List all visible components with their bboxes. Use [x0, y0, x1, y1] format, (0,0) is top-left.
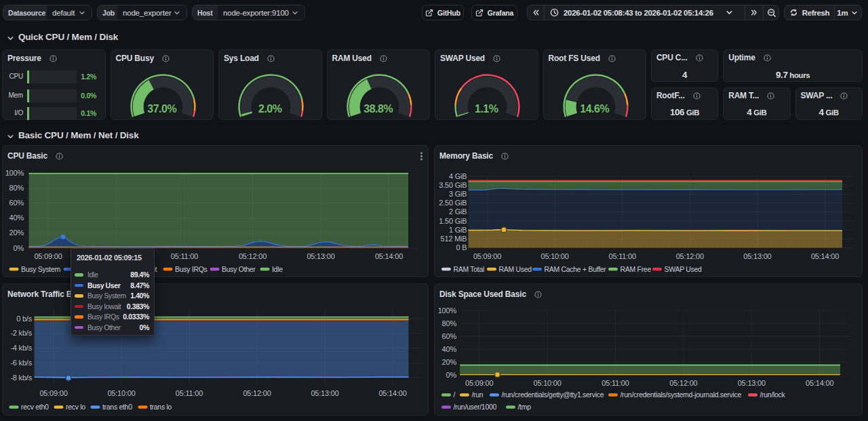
svg-text:0%: 0%: [446, 370, 457, 378]
svg-text:05:10:00: 05:10:00: [540, 252, 568, 260]
svg-text:05:09:00: 05:09:00: [34, 252, 62, 260]
svg-text:60%: 60%: [442, 332, 457, 340]
svg-text:Busy IRQs: Busy IRQs: [175, 265, 208, 273]
svg-text:SWAP Used: SWAP Used: [665, 265, 703, 273]
svg-text:1 GiB: 1 GiB: [449, 226, 467, 234]
svg-text:05:09:00: 05:09:00: [465, 378, 493, 386]
svg-text:0 b/s: 0 b/s: [16, 314, 33, 322]
svg-text:/run: /run: [472, 390, 484, 399]
svg-text:512 MiB: 512 MiB: [441, 235, 467, 243]
svg-text:/: /: [454, 390, 456, 399]
svg-text:Idle: Idle: [272, 265, 283, 273]
svg-text:/run/credentials/getty@tty1.se: /run/credentials/getty@tty1.service: [502, 390, 604, 399]
svg-text:20%: 20%: [9, 228, 24, 237]
svg-text:05:10:00: 05:10:00: [107, 388, 135, 397]
svg-text:80%: 80%: [442, 319, 457, 327]
svg-text:05:13:00: 05:13:00: [743, 252, 771, 260]
svg-text:4 GiB: 4 GiB: [449, 172, 467, 180]
svg-text:-6 kb/s: -6 kb/s: [10, 358, 32, 366]
svg-text:05:12:00: 05:12:00: [676, 252, 704, 260]
svg-text:80%: 80%: [9, 184, 24, 192]
svg-text:05:12:00: 05:12:00: [243, 388, 271, 397]
svg-text:05:09:00: 05:09:00: [39, 388, 67, 397]
svg-text:/run/user/1000: /run/user/1000: [454, 403, 497, 411]
svg-text:recv eth0: recv eth0: [21, 403, 49, 411]
svg-text:05:11:00: 05:11:00: [601, 378, 629, 386]
svg-text:2.50 GiB: 2.50 GiB: [439, 199, 467, 207]
svg-text:-2 kb/s: -2 kb/s: [10, 329, 32, 337]
svg-text:05:14:00: 05:14:00: [378, 388, 406, 397]
svg-text:05:11:00: 05:11:00: [176, 388, 203, 397]
svg-text:3.50 GiB: 3.50 GiB: [439, 181, 467, 189]
svg-text:0 B: 0 B: [456, 243, 467, 252]
svg-text:100%: 100%: [5, 169, 24, 177]
svg-text:05:13:00: 05:13:00: [738, 378, 766, 386]
svg-text:0%: 0%: [14, 244, 24, 252]
svg-text:Busy System: Busy System: [21, 265, 61, 273]
svg-text:20%: 20%: [442, 357, 457, 365]
svg-text:/run/credentials/systemd-journ: /run/credentials/systemd-journald.servic…: [620, 390, 742, 399]
svg-text:05:11:00: 05:11:00: [608, 252, 635, 260]
svg-text:RAM Free: RAM Free: [620, 265, 652, 273]
svg-text:05:14:00: 05:14:00: [806, 378, 833, 386]
svg-text:Busy Other: Busy Other: [222, 265, 256, 273]
svg-text:100%: 100%: [438, 306, 457, 314]
svg-text:40%: 40%: [9, 214, 24, 222]
svg-text:trans lo: trans lo: [150, 403, 172, 411]
svg-text:RAM Cache + Buffer: RAM Cache + Buffer: [545, 265, 607, 273]
svg-text:trans eth0: trans eth0: [102, 403, 132, 411]
svg-text:05:14:00: 05:14:00: [375, 252, 403, 260]
svg-text:-4 kb/s: -4 kb/s: [10, 344, 32, 352]
svg-text:RAM Used: RAM Used: [499, 265, 532, 273]
svg-text:RAM Total: RAM Total: [454, 265, 485, 273]
svg-text:2 GiB: 2 GiB: [449, 207, 467, 216]
svg-text:05:13:00: 05:13:00: [307, 252, 334, 260]
svg-text:05:12:00: 05:12:00: [669, 378, 697, 386]
svg-text:05:14:00: 05:14:00: [811, 252, 839, 260]
svg-text:05:10:00: 05:10:00: [533, 378, 561, 386]
svg-text:3 GiB: 3 GiB: [449, 190, 467, 198]
svg-text:1.50 GiB: 1.50 GiB: [439, 217, 467, 225]
svg-text:/tmp: /tmp: [518, 403, 532, 411]
svg-text:05:12:00: 05:12:00: [239, 252, 267, 260]
svg-text:05:13:00: 05:13:00: [311, 388, 338, 397]
svg-text:05:09:00: 05:09:00: [473, 252, 501, 260]
svg-text:-8 kb/s: -8 kb/s: [10, 373, 32, 381]
svg-text:recv lo: recv lo: [66, 403, 85, 411]
svg-text:/run/lock: /run/lock: [760, 390, 786, 399]
svg-text:05:11:00: 05:11:00: [171, 252, 198, 260]
svg-text:40%: 40%: [442, 344, 457, 353]
svg-text:60%: 60%: [9, 199, 24, 207]
